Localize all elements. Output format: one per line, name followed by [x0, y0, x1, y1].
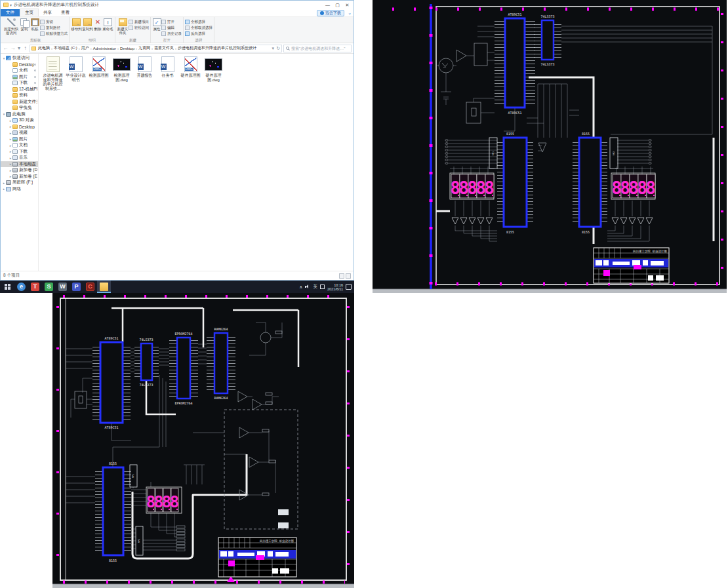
breadcrumb-folder2[interactable]: 需要文件夹	[153, 45, 174, 51]
file-item-dwg-thumb[interactable]: 检测原理图.dwg	[111, 56, 132, 82]
move-to-button[interactable]: 移动到	[71, 18, 82, 31]
paste-button[interactable]: 粘贴	[30, 18, 40, 31]
up-button[interactable]: ↑	[22, 45, 28, 51]
maximize-button[interactable]: ▢	[333, 1, 342, 9]
new-item-button[interactable]: 新建项目	[129, 19, 149, 25]
sidebar-item-3d-objects[interactable]: ▸3D 对象	[1, 117, 38, 124]
qat-caret-icon[interactable]: ▾	[10, 3, 12, 7]
taskbar-app-thunder[interactable]: T	[28, 281, 42, 293]
sidebar-item-nas-f[interactable]: ▸黑群晖 (F:)	[1, 180, 38, 186]
sidebar-item-downloads[interactable]: ▸下载	[1, 149, 38, 155]
easy-access-icon	[129, 26, 133, 30]
ribbon-collapse-icon[interactable]: ⌄	[348, 10, 352, 16]
tray-app-icon[interactable]	[320, 284, 325, 289]
edit-button[interactable]: 编辑	[161, 25, 182, 31]
paste-shortcut-button[interactable]: 粘贴快捷方式	[40, 31, 68, 37]
sidebar-item-documents[interactable]: ▸文档	[1, 142, 38, 149]
pin-icon	[7, 18, 16, 26]
tab-share[interactable]: 共享	[39, 9, 56, 16]
breadcrumb-current-folder[interactable]: 步进电机调速和升降速的单片机控制系统设计	[177, 45, 257, 51]
cut-button[interactable]: 剪切	[40, 19, 68, 25]
breadcrumb-users[interactable]: 用户	[81, 45, 90, 51]
thunder-download-badge[interactable]: 迅雷下载	[317, 10, 344, 16]
sidebar-item-quick-access[interactable]: ▾快速访问	[1, 55, 38, 62]
tray-expand-icon[interactable]: ∧	[299, 284, 302, 290]
sidebar-item-volume-e[interactable]: ▸新加卷 (E:)	[1, 174, 38, 180]
taskbar-app-explorer[interactable]	[97, 281, 111, 293]
file-item-doc[interactable]: 毕业设计说明书	[66, 56, 86, 82]
breadcrumb-desktop[interactable]: Desktop	[119, 47, 135, 50]
breadcrumb-administrator[interactable]: Administrator	[92, 47, 117, 50]
svg-text:74LS373: 74LS373	[540, 14, 554, 18]
copy-path-button[interactable]: 复制路径	[40, 25, 68, 31]
file-item-dwg[interactable]: 检测原理图	[89, 56, 109, 78]
sidebar-item-folder[interactable]: 学兔兔	[1, 105, 38, 111]
refresh-icon[interactable]: ↻	[276, 46, 280, 51]
back-button[interactable]: ←	[3, 45, 9, 51]
recent-locations-icon[interactable]: ▾	[17, 45, 21, 51]
sidebar-item-this-pc[interactable]: ▾此电脑	[1, 111, 38, 118]
address-dropdown-icon[interactable]: ▾	[272, 46, 275, 51]
file-item-txt[interactable]: 步进电机调速和升降速的单片机控制系统...	[43, 56, 63, 90]
ime-indicator[interactable]: 英	[313, 284, 317, 290]
thumbnail-view-icon[interactable]	[346, 273, 351, 279]
new-folder-button[interactable]: 新建文件夹	[117, 18, 129, 35]
search-input[interactable]	[291, 47, 351, 50]
breadcrumb-disk-c[interactable]: 本地磁盘 (C:)	[53, 45, 78, 51]
svg-text:8155: 8155	[582, 132, 590, 136]
drive-icon	[6, 180, 11, 185]
open-button[interactable]: 打开	[161, 19, 182, 25]
sidebar-item-local-disk-c[interactable]: ▸本地磁盘 (C:)	[1, 161, 38, 168]
select-none-button[interactable]: 全部取消选择	[185, 25, 212, 31]
seven-segment-display-left: 8 8 8 8 8	[450, 173, 495, 199]
taskbar-app-autocad[interactable]: C	[83, 281, 97, 293]
copy-to-icon	[83, 18, 92, 26]
file-item-dwg[interactable]: 硬件原理图	[180, 56, 201, 78]
select-all-button[interactable]: 全部选择	[185, 19, 212, 25]
close-button[interactable]: ✕	[342, 1, 352, 9]
search-box[interactable]	[283, 45, 352, 52]
sidebar-item-pictures[interactable]: ▸图片	[1, 136, 38, 143]
sidebar-item-desktop[interactable]: ▸Desktop	[1, 124, 38, 130]
sidebar-item-documents-pinned[interactable]: 文档	[1, 68, 38, 74]
details-view-icon[interactable]	[339, 273, 344, 279]
history-button[interactable]: 历史记录	[161, 31, 182, 37]
breadcrumb-folder1[interactable]: 九霄网	[138, 45, 151, 51]
breadcrumb-this-pc[interactable]: 此电脑	[37, 45, 51, 51]
sidebar-item-desktop-pinned[interactable]: Desktop	[1, 62, 38, 68]
sidebar-item-folder[interactable]: 12-机械PLC (2M	[1, 87, 38, 93]
sidebar-item-music[interactable]: ▸音乐	[1, 155, 38, 161]
sidebar-item-folder[interactable]: 新建文件夹	[1, 99, 38, 106]
taskbar-clock[interactable]: 10:16 2021/6/11	[327, 283, 343, 291]
easy-access-button[interactable]: 轻松访问	[129, 25, 149, 31]
file-item-doc[interactable]: 任务书	[157, 56, 178, 78]
file-item-doc[interactable]: 开题报告	[134, 56, 155, 78]
sidebar-item-videos[interactable]: ▸视频	[1, 130, 38, 136]
minimize-button[interactable]: —	[323, 1, 333, 9]
tab-file[interactable]: 文件	[1, 9, 20, 16]
taskbar-app-green[interactable]: S	[42, 281, 56, 293]
tab-view[interactable]: 查看	[56, 9, 74, 16]
forward-button[interactable]: →	[10, 45, 16, 51]
notification-center-icon[interactable]	[346, 284, 352, 290]
sidebar-item-volume-d[interactable]: ▸新加卷 (D:)	[1, 167, 38, 174]
pin-to-quick-access-button[interactable]: 固定到快速访问	[3, 18, 19, 35]
file-item-dwg-thumb[interactable]: 硬件原理图.dwg	[203, 56, 224, 82]
breadcrumb[interactable]: 此电脑› 本地磁盘 (C:)› 用户› Administrator› Deskt…	[30, 45, 282, 52]
sidebar-item-network[interactable]: ▸网络	[1, 186, 38, 193]
sidebar-item-downloads-pinned[interactable]: 下载	[1, 80, 38, 87]
taskbar-app-blue[interactable]: P	[70, 281, 83, 293]
delete-button[interactable]: 删除	[93, 18, 102, 31]
properties-button[interactable]: 属性	[152, 18, 161, 31]
volume-icon[interactable]	[305, 284, 310, 289]
taskbar-app-word[interactable]: W	[56, 281, 70, 293]
tab-home[interactable]: 主页	[20, 9, 39, 16]
copy-to-button[interactable]: 复制到	[82, 18, 93, 31]
taskbar-app-browser[interactable]: e	[14, 281, 28, 293]
copy-button[interactable]: 复制	[19, 18, 30, 31]
sidebar-item-pictures-pinned[interactable]: 图片	[1, 74, 38, 81]
invert-selection-button[interactable]: 反向选择	[185, 31, 212, 37]
rename-button[interactable]: 重命名	[102, 18, 113, 31]
sidebar-item-folder[interactable]: 资料	[1, 92, 38, 99]
start-button[interactable]	[0, 281, 14, 293]
